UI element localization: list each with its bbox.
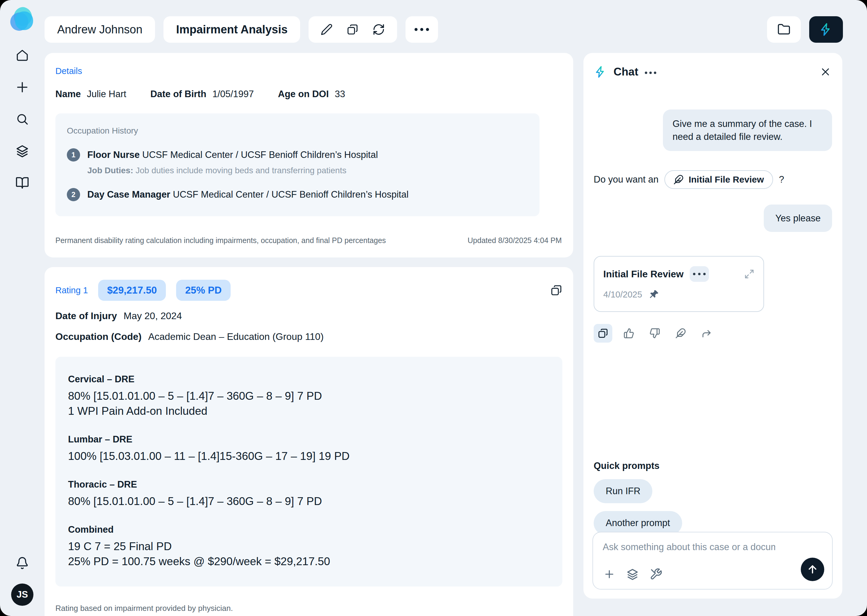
- review-card-menu-button[interactable]: [690, 266, 709, 282]
- edit-pencil-icon[interactable]: [321, 24, 333, 36]
- details-card: Details Name Julie Hart Date of Birth 1/…: [44, 53, 573, 258]
- field-name: Name Julie Hart: [55, 89, 126, 99]
- close-chat-button[interactable]: [820, 66, 831, 78]
- calc-line: 1 WPI Pain Add-on Included: [68, 404, 550, 419]
- quick-prompt-run-ifr[interactable]: Run IFR: [594, 479, 653, 503]
- field-dob: Date of Birth 1/05/1997: [150, 89, 254, 99]
- case-name-pill[interactable]: Andrew Johnson: [44, 16, 155, 43]
- context-layers-icon[interactable]: [626, 568, 639, 580]
- chat-title: Chat: [613, 66, 638, 78]
- user-avatar[interactable]: JS: [11, 583, 33, 606]
- occupation-code-field: Occupation (Code) Academic Dean – Educat…: [55, 331, 562, 342]
- occupation-number-badge: 1: [67, 148, 80, 162]
- arrow-up-icon: [807, 563, 818, 575]
- new-plus-icon[interactable]: [14, 79, 30, 95]
- sidebar-bottom: JS: [0, 555, 44, 606]
- occupation-number-badge: 2: [67, 188, 80, 201]
- field-value: 33: [335, 89, 345, 99]
- rating-1-card: Rating 1 $29,217.50 25% PD Date of Injur…: [44, 267, 573, 616]
- rating-1-link[interactable]: Rating 1: [55, 286, 88, 295]
- bolt-icon: [594, 66, 607, 78]
- details-description: Permanent disability rating calculation …: [55, 236, 386, 245]
- user-message-bubble: Give me a summary of the case. I need a …: [663, 110, 832, 151]
- calc-section-thoracic: Thoracic – DRE 80% [15.01.01.00 – 5 – [1…: [68, 477, 550, 509]
- quick-prompts-label: Quick prompts: [594, 460, 832, 471]
- files-folder-button[interactable]: [767, 16, 801, 43]
- rating-footnote: Rating based on impairment provided by p…: [55, 603, 562, 616]
- patient-fields: Name Julie Hart Date of Birth 1/05/1997 …: [55, 89, 562, 99]
- more-options-button[interactable]: [405, 16, 438, 43]
- share-button[interactable]: [697, 324, 716, 343]
- thumbs-up-icon: [623, 328, 634, 339]
- assistant-text: Do you want an: [594, 174, 658, 185]
- chat-header: Chat: [583, 53, 842, 78]
- tools-icon[interactable]: [649, 568, 662, 580]
- left-sidebar: JS: [0, 0, 44, 616]
- amount-badge: $29,217.50: [98, 280, 166, 301]
- case-name: Andrew Johnson: [57, 23, 142, 36]
- main-content: Details Name Julie Hart Date of Birth 1/…: [44, 53, 573, 616]
- field-value: 1/05/1997: [212, 89, 254, 99]
- close-icon: [820, 66, 831, 78]
- initial-file-review-card[interactable]: Initial File Review 4/10/2025: [594, 256, 764, 312]
- chat-input[interactable]: [602, 541, 776, 553]
- review-card-header: Initial File Review: [603, 266, 754, 282]
- occupation-line: Day Case Manager UCSF Medical Center / U…: [87, 188, 408, 201]
- review-card-meta: 4/10/2025: [603, 289, 754, 300]
- calc-section-lumbar: Lumbar – DRE 100% [15.03.01.00 – 11 – [1…: [68, 432, 550, 464]
- job-duties: Job Duties: Job duties include moving be…: [87, 166, 378, 175]
- quick-prompt-another[interactable]: Another prompt: [594, 511, 682, 535]
- thumbs-down-button[interactable]: [645, 324, 664, 343]
- layers-icon[interactable]: [14, 143, 30, 159]
- details-link[interactable]: Details: [55, 66, 562, 76]
- chat-toggle-button[interactable]: [809, 16, 843, 43]
- copy-icon: [597, 328, 608, 339]
- search-icon[interactable]: [14, 111, 30, 127]
- rating-calculation-box: Cervical – DRE 80% [15.01.01.00 – 5 – [1…: [55, 357, 562, 586]
- date-of-injury-field: Date of Injury May 20, 2024: [55, 310, 562, 322]
- home-icon[interactable]: [14, 47, 30, 63]
- chat-messages: Give me a summary of the case. I need a …: [583, 110, 842, 535]
- field-age-on-doi: Age on DOI 33: [278, 89, 345, 99]
- chat-input-box: [593, 532, 833, 589]
- calc-section-cervical: Cervical – DRE 80% [15.01.01.00 – 5 – [1…: [68, 372, 550, 419]
- pin-icon[interactable]: [649, 289, 660, 300]
- thumbs-up-button[interactable]: [620, 324, 638, 343]
- field-value: Julie Hart: [87, 89, 126, 99]
- copy-icon: [550, 284, 562, 296]
- app-logo[interactable]: [10, 7, 34, 33]
- occupation-item: 1 Floor Nurse UCSF Medical Center / UCSF…: [67, 148, 526, 175]
- calc-section-combined: Combined 19 C 7 = 25 Final PD 25% PD = 1…: [68, 522, 550, 569]
- copy-response-button[interactable]: [594, 324, 612, 343]
- review-card-title: Initial File Review: [603, 269, 684, 280]
- last-updated: Updated 8/30/2025 4:04 PM: [468, 236, 562, 245]
- copy-icon[interactable]: [347, 24, 359, 36]
- folder-icon: [777, 23, 791, 36]
- library-book-icon[interactable]: [14, 175, 30, 191]
- bolt-icon: [819, 22, 833, 36]
- calc-line: 25% PD = 100.75 weeks @ $290/week = $29,…: [68, 554, 550, 569]
- initial-file-review-button[interactable]: Initial File Review: [664, 170, 773, 189]
- page-title-pill[interactable]: Impairment Analysis: [164, 16, 300, 43]
- calc-line: 80% [15.01.01.00 – 5 – [1.4]7 – 360G – 8…: [68, 389, 550, 404]
- send-message-button[interactable]: [801, 558, 824, 581]
- review-card-date: 4/10/2025: [603, 290, 642, 300]
- calc-line: 80% [15.01.01.00 – 5 – [1.4]7 – 360G – 8…: [68, 494, 550, 509]
- occupation-history-box: Occupation History 1 Floor Nurse UCSF Me…: [55, 113, 539, 216]
- calc-line: 100% [15.03.01.00 – 11 – [1.4]15-360G – …: [68, 449, 550, 464]
- ellipsis-icon: [415, 28, 429, 31]
- occupation-item: 2 Day Case Manager UCSF Medical Center /…: [67, 188, 526, 201]
- occupation-line: Floor Nurse UCSF Medical Center / UCSF B…: [87, 148, 378, 162]
- annotate-quill-button[interactable]: [672, 324, 690, 343]
- copy-rating-button[interactable]: [550, 284, 562, 296]
- thumbs-down-icon: [649, 328, 660, 339]
- attach-plus-icon[interactable]: [603, 568, 615, 580]
- details-footer: Permanent disability rating calculation …: [55, 236, 562, 245]
- rating-header: Rating 1 $29,217.50 25% PD: [55, 280, 562, 301]
- expand-icon[interactable]: [744, 269, 754, 279]
- pd-badge: 25% PD: [176, 280, 230, 301]
- refresh-icon[interactable]: [372, 23, 385, 36]
- notifications-bell-icon[interactable]: [14, 555, 30, 571]
- chat-menu-button[interactable]: [645, 72, 656, 74]
- message-actions: [594, 324, 832, 343]
